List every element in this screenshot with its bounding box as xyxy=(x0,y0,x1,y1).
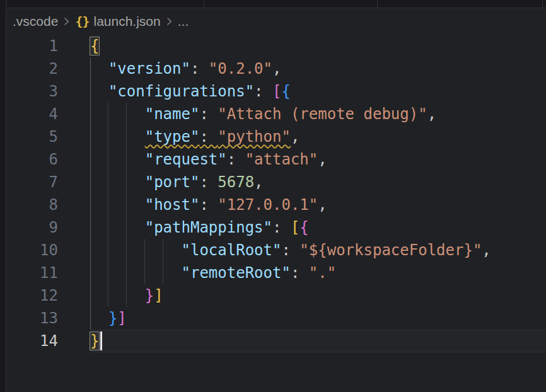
indent-guide xyxy=(108,103,108,125)
indent-guide xyxy=(108,171,108,193)
code-line-content[interactable]: "remoteRoot": "." xyxy=(90,262,546,284)
breadcrumb-file-label: launch.json xyxy=(93,14,160,29)
breadcrumb-folder[interactable]: .vscode xyxy=(13,14,58,29)
code-token xyxy=(90,219,145,236)
code-line-14[interactable]: 14} xyxy=(7,330,546,352)
line-number[interactable]: 4 xyxy=(7,103,90,125)
code-token: "0.2.0" xyxy=(209,60,272,78)
indent-guide xyxy=(126,125,127,148)
code-token xyxy=(90,196,145,214)
code-token: "localRoot" xyxy=(182,241,282,259)
code-line-content[interactable]: }] xyxy=(90,284,546,307)
line-number[interactable]: 9 xyxy=(7,216,90,239)
bracket-scope-guide xyxy=(90,239,91,262)
tab-divider xyxy=(542,0,543,8)
code-line-content[interactable]: "type": "python", xyxy=(90,125,546,148)
breadcrumb-file[interactable]: {} launch.json xyxy=(75,14,160,29)
code-token xyxy=(90,173,145,191)
code-editor[interactable]: 1{2 "version": "0.2.0",3 "configurations… xyxy=(7,35,546,392)
code-line-content[interactable]: "pathMappings": [{ xyxy=(90,216,546,239)
code-line-12[interactable]: 12 }] xyxy=(7,284,546,307)
indent-guide xyxy=(163,262,163,284)
code-token xyxy=(90,287,145,304)
code-token xyxy=(90,151,145,168)
code-line-content[interactable]: { xyxy=(90,35,546,57)
line-number[interactable]: 14 xyxy=(7,330,90,352)
indent-guide xyxy=(108,284,108,307)
code-token: : xyxy=(199,173,218,191)
tab-bar[interactable] xyxy=(7,0,546,8)
code-line-content[interactable]: "port": 5678, xyxy=(90,171,546,193)
indent-guide xyxy=(108,148,108,171)
bracket-scope-guide xyxy=(90,216,91,239)
line-number[interactable]: 13 xyxy=(7,307,90,330)
vscode-window: .vscode {} launch.json ... 1{2 "version"… xyxy=(0,0,546,392)
breadcrumb-symbol[interactable]: ... xyxy=(178,14,189,29)
bracket-scope-guide xyxy=(90,193,91,216)
line-number[interactable]: 7 xyxy=(7,171,90,193)
code-line-content[interactable]: "request": "attach", xyxy=(90,148,546,171)
code-line-content[interactable]: "configurations": [{ xyxy=(90,80,546,103)
code-line-1[interactable]: 1{ xyxy=(7,35,546,57)
code-line-content[interactable]: "name": "Attach (remote debug)", xyxy=(90,103,546,125)
code-token: "port" xyxy=(145,173,200,191)
code-line-5[interactable]: 5 "type": "python", xyxy=(7,125,546,148)
code-token: "host" xyxy=(145,196,200,214)
code-token: "name" xyxy=(145,105,200,123)
code-line-3[interactable]: 3 "configurations": [{ xyxy=(7,80,546,103)
indent-guide xyxy=(126,171,127,193)
line-number[interactable]: 11 xyxy=(7,262,90,284)
indent-guide xyxy=(108,125,108,148)
code-line-content[interactable]: "localRoot": "${workspaceFolder}", xyxy=(90,239,546,262)
line-number[interactable]: 3 xyxy=(7,80,90,103)
line-number[interactable]: 10 xyxy=(7,239,90,262)
line-number[interactable]: 5 xyxy=(7,125,90,148)
code-token: "127.0.0.1" xyxy=(218,196,318,214)
code-token xyxy=(90,241,182,259)
code-token: "type" xyxy=(145,128,200,146)
bracket-match-highlight: { xyxy=(90,37,99,55)
chevron-right-icon xyxy=(63,14,70,28)
code-token: , xyxy=(272,60,281,78)
code-line-4[interactable]: 4 "name": "Attach (remote debug)", xyxy=(7,103,546,125)
bracket-match-highlight: } xyxy=(90,332,99,350)
bracket-scope-guide xyxy=(90,103,91,125)
code-token: "version" xyxy=(108,60,190,78)
line-number[interactable]: 6 xyxy=(7,148,90,171)
code-line-10[interactable]: 10 "localRoot": "${workspaceFolder}", xyxy=(7,239,546,262)
line-number[interactable]: 12 xyxy=(7,284,90,307)
line-number[interactable]: 2 xyxy=(7,57,90,80)
line-number[interactable]: 8 xyxy=(7,193,90,216)
code-line-content[interactable]: } xyxy=(90,330,546,352)
code-token: "python" xyxy=(218,128,291,146)
code-token: 5678 xyxy=(218,173,254,191)
indent-guide xyxy=(163,239,163,262)
code-line-2[interactable]: 2 "version": "0.2.0", xyxy=(7,57,546,80)
code-token: : xyxy=(272,219,291,236)
code-line-content[interactable]: "version": "0.2.0", xyxy=(90,57,546,80)
code-line-7[interactable]: 7 "port": 5678, xyxy=(7,171,546,193)
text-cursor xyxy=(100,331,102,350)
indent-guide xyxy=(126,193,127,216)
code-line-9[interactable]: 9 "pathMappings": [{ xyxy=(7,216,546,239)
code-token: [ xyxy=(272,83,281,100)
code-line-6[interactable]: 6 "request": "attach", xyxy=(7,148,546,171)
bracket-scope-guide xyxy=(90,125,91,148)
code-token xyxy=(90,309,108,327)
code-line-content[interactable]: "host": "127.0.0.1", xyxy=(90,193,546,216)
indent-guide xyxy=(108,216,108,239)
code-line-13[interactable]: 13 }] xyxy=(7,307,546,330)
indent-guide xyxy=(144,262,145,284)
code-token: "configurations" xyxy=(108,83,254,100)
code-line-11[interactable]: 11 "remoteRoot": "." xyxy=(7,262,546,284)
bracket-scope-guide xyxy=(90,307,91,330)
bracket-scope-guide xyxy=(90,284,91,307)
code-token: , xyxy=(318,196,327,214)
code-token: ] xyxy=(117,309,126,327)
code-line-content[interactable]: }] xyxy=(90,307,546,330)
code-token: "request" xyxy=(145,151,227,168)
line-number[interactable]: 1 xyxy=(7,35,90,57)
code-token: "attach" xyxy=(245,151,318,168)
warning-squiggle: "type": "python" xyxy=(145,128,291,146)
code-line-8[interactable]: 8 "host": "127.0.0.1", xyxy=(7,193,546,216)
